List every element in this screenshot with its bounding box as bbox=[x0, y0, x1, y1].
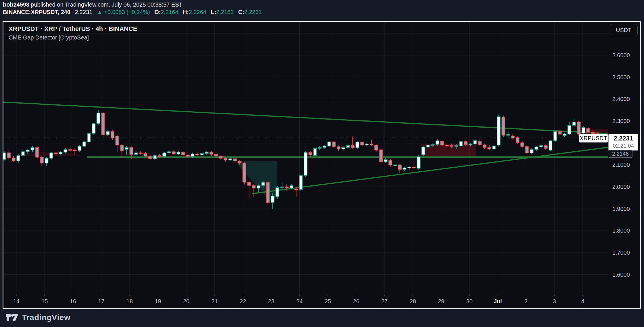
candle bbox=[83, 141, 86, 147]
tradingview-logo-icon bbox=[5, 312, 19, 323]
candle bbox=[582, 126, 585, 134]
candle bbox=[389, 159, 392, 167]
candle bbox=[31, 146, 34, 152]
candle bbox=[101, 112, 105, 137]
candle bbox=[134, 152, 138, 156]
candle bbox=[266, 181, 270, 205]
candle bbox=[563, 133, 566, 137]
candle bbox=[511, 134, 515, 139]
candle bbox=[248, 180, 251, 199]
candle bbox=[139, 151, 142, 154]
candle bbox=[125, 146, 128, 155]
candle bbox=[360, 141, 364, 147]
currency-toggle-button[interactable]: USDT bbox=[610, 24, 638, 36]
candle bbox=[163, 152, 166, 158]
price-axis-label: 1.7000 bbox=[607, 249, 635, 256]
candle bbox=[516, 136, 519, 144]
trendlines-layer[interactable] bbox=[3, 102, 608, 194]
candle bbox=[200, 152, 203, 156]
candle bbox=[530, 148, 533, 154]
candle bbox=[318, 146, 321, 150]
time-axis-label: 23 bbox=[260, 298, 283, 305]
time-axis-label: 2 bbox=[515, 298, 537, 305]
candle bbox=[539, 145, 543, 148]
candle bbox=[68, 147, 72, 152]
time-axis-label: 26 bbox=[345, 298, 368, 305]
current-price-value: 2.2231 bbox=[608, 134, 638, 142]
candle bbox=[587, 127, 590, 133]
time-axis-label: 3 bbox=[543, 298, 566, 305]
time-axis-label: 20 bbox=[175, 298, 198, 305]
candle bbox=[474, 139, 477, 145]
candle bbox=[577, 121, 580, 135]
indicator-title[interactable]: CME Gap Detector [CryptoSea] bbox=[9, 34, 89, 41]
candle bbox=[478, 140, 481, 146]
chart-canvas[interactable] bbox=[0, 0, 644, 327]
tradingview-logo[interactable]: TradingView bbox=[5, 312, 70, 323]
candle bbox=[398, 164, 401, 173]
price-axis-label: 2.0000 bbox=[607, 184, 635, 190]
candle bbox=[309, 151, 312, 156]
candle bbox=[502, 116, 505, 137]
price-axis-label: 2.4000 bbox=[607, 96, 635, 102]
candle bbox=[50, 152, 53, 160]
candle bbox=[535, 146, 538, 151]
candle bbox=[521, 141, 524, 148]
candle bbox=[21, 149, 25, 157]
candle bbox=[252, 184, 255, 197]
bar-countdown: 02:21:04 bbox=[608, 142, 638, 149]
time-axis-label: 24 bbox=[288, 298, 311, 305]
candle bbox=[568, 122, 571, 135]
candle bbox=[120, 144, 123, 158]
time-axis-label: 16 bbox=[62, 298, 85, 305]
candle bbox=[417, 155, 420, 170]
candle bbox=[182, 151, 185, 156]
candle bbox=[219, 155, 222, 160]
candle bbox=[196, 152, 199, 156]
candle bbox=[304, 151, 307, 177]
candle bbox=[172, 150, 175, 155]
price-axis-label: 1.9000 bbox=[607, 206, 635, 212]
price-axis-label: 2.5000 bbox=[607, 74, 635, 80]
candle bbox=[17, 154, 20, 163]
candle bbox=[167, 150, 170, 154]
candle bbox=[210, 151, 213, 156]
candle bbox=[323, 145, 326, 149]
time-ticks bbox=[16, 295, 583, 296]
candle bbox=[12, 156, 15, 162]
candle bbox=[177, 151, 180, 155]
tradingview-logo-text: TradingView bbox=[22, 313, 70, 322]
price-axis-label: 2.6000 bbox=[607, 52, 635, 58]
candle bbox=[351, 136, 354, 148]
candle bbox=[78, 145, 81, 152]
price-axis-label: 2.3000 bbox=[607, 118, 635, 124]
candle bbox=[497, 115, 500, 146]
price-axis-label: 2.1000 bbox=[607, 162, 635, 168]
candle bbox=[280, 182, 284, 190]
chart-title: XRPUSDT · XRP / TetherUS · 4h · BINANCE bbox=[9, 25, 137, 33]
candle bbox=[327, 141, 331, 147]
time-axis-label: 4 bbox=[571, 298, 594, 305]
candle bbox=[549, 140, 552, 151]
candle bbox=[492, 145, 496, 150]
candle bbox=[276, 186, 279, 199]
time-axis-label: 15 bbox=[33, 298, 56, 305]
candle bbox=[506, 131, 510, 138]
time-axis-label: 22 bbox=[231, 298, 254, 305]
candle bbox=[365, 143, 368, 146]
time-axis-label: 25 bbox=[316, 298, 339, 305]
candle bbox=[313, 147, 317, 156]
candle bbox=[553, 130, 557, 142]
candle bbox=[116, 135, 119, 152]
time-axis-label: 19 bbox=[146, 298, 169, 305]
candle bbox=[403, 167, 406, 171]
candle bbox=[332, 141, 335, 148]
candle bbox=[257, 185, 260, 192]
candle bbox=[337, 145, 340, 151]
candle bbox=[3, 151, 6, 161]
candle bbox=[483, 144, 486, 149]
candle bbox=[92, 123, 95, 134]
candle bbox=[97, 110, 100, 125]
candle bbox=[356, 141, 359, 149]
candle bbox=[394, 163, 397, 168]
